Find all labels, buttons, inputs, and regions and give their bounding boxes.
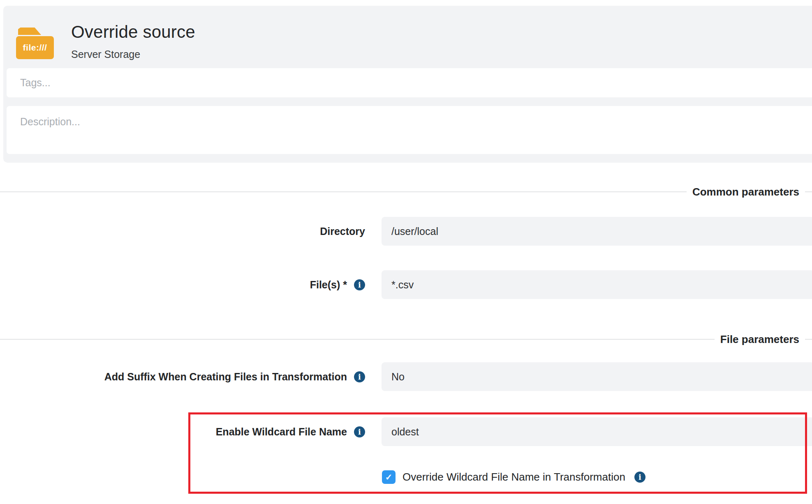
section-title: Common parameters [692, 186, 799, 198]
override-wildcard-label: Override Wildcard File Name in Transform… [403, 471, 625, 483]
override-wildcard-info-icon[interactable]: i [634, 472, 645, 483]
add-suffix-input[interactable] [382, 362, 812, 391]
folder-icon-label: file:/// [23, 43, 47, 53]
divider-line [0, 339, 715, 340]
divider-line [0, 191, 687, 192]
folder-body: file:/// [16, 36, 54, 59]
page: file:/// Override source Server Storage … [0, 0, 812, 504]
folder-tab [18, 28, 41, 35]
check-icon: ✓ [385, 473, 393, 481]
override-wildcard-row: ✓ Override Wildcard File Name in Transfo… [382, 470, 645, 484]
description-input[interactable] [7, 106, 812, 154]
wildcard-label: Enable Wildcard File Name [216, 426, 347, 438]
page-title: Override source [71, 22, 195, 42]
add-suffix-label: Add Suffix When Creating Files in Transf… [104, 371, 347, 383]
page-subtitle: Server Storage [71, 48, 140, 60]
tags-input[interactable] [7, 68, 812, 97]
files-label-group: File(s) * i [310, 270, 365, 299]
divider-line [805, 191, 812, 192]
files-info-icon[interactable]: i [354, 279, 365, 290]
section-title: File parameters [720, 333, 799, 346]
override-wildcard-checkbox[interactable]: ✓ [382, 470, 396, 484]
wildcard-input[interactable] [382, 417, 812, 446]
directory-label-group: Directory [320, 217, 365, 246]
divider-line [805, 339, 812, 340]
directory-label: Directory [320, 226, 365, 237]
files-input[interactable] [382, 270, 812, 299]
add-suffix-info-icon[interactable]: i [354, 371, 365, 382]
add-suffix-label-group: Add Suffix When Creating Files in Transf… [104, 362, 365, 391]
file-source-icon: file:/// [16, 28, 54, 59]
section-common-parameters: Common parameters [0, 185, 812, 199]
section-file-parameters: File parameters [0, 332, 812, 346]
files-label: File(s) * [310, 279, 347, 291]
directory-input[interactable] [382, 217, 812, 246]
wildcard-info-icon[interactable]: i [354, 426, 365, 437]
wildcard-label-group: Enable Wildcard File Name i [216, 417, 365, 446]
